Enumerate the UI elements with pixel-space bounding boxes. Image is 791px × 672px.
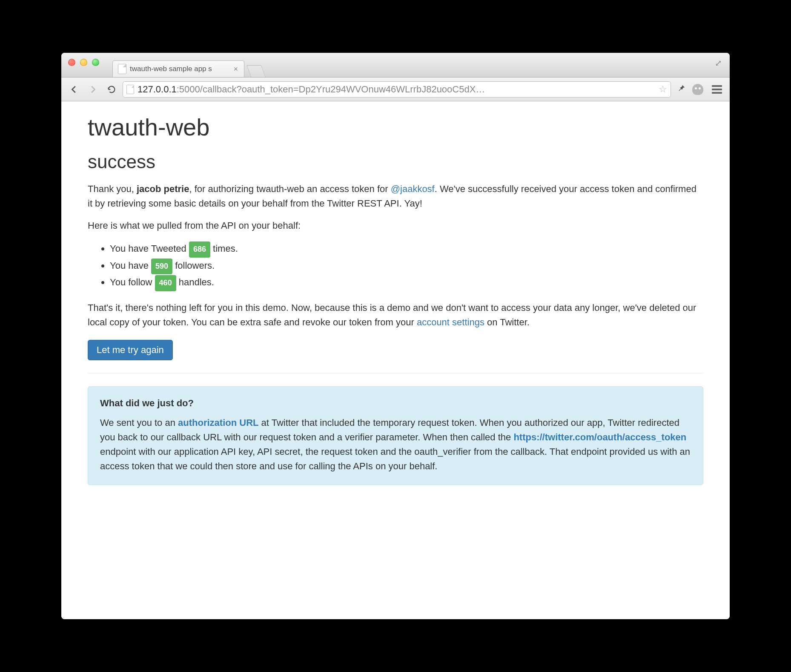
twitter-handle-link[interactable]: @jaakkosf — [391, 184, 435, 194]
reload-button[interactable] — [104, 82, 119, 97]
followers-badge: 590 — [151, 258, 172, 275]
well-body: We sent you to an authorization URL at T… — [100, 416, 691, 474]
closing-paragraph: That's it, there's nothing left for you … — [88, 301, 703, 330]
list-item: You have Tweeted 686 times. — [110, 241, 703, 258]
url-bar[interactable]: 127.0.0.1:5000/callback?oauth_token=Dp2Y… — [123, 81, 671, 98]
page-content: twauth-web success Thank you, jacob petr… — [61, 101, 730, 619]
file-icon — [126, 85, 134, 94]
tweets-badge: 686 — [189, 241, 210, 258]
url-port: :5000 — [177, 84, 200, 95]
info-well: What did we just do? We sent you to an a… — [88, 386, 703, 485]
tab-strip: twauth-web sample app s × — [112, 53, 264, 77]
minimize-window-button[interactable] — [80, 59, 87, 66]
maximize-window-button[interactable] — [92, 59, 99, 66]
authorization-url-link[interactable]: authorization URL — [178, 417, 258, 428]
fullscreen-icon[interactable]: ⤢ — [715, 58, 722, 68]
titlebar: twauth-web sample app s × ⤢ — [61, 53, 730, 78]
close-window-button[interactable] — [68, 59, 75, 66]
user-name: jacob petrie — [137, 184, 189, 194]
thank-you-paragraph: Thank you, jacob petrie, for authorizing… — [88, 182, 703, 211]
forward-button[interactable] — [85, 82, 100, 97]
list-item: You follow 460 handles. — [110, 274, 703, 291]
bookmark-star-icon[interactable]: ☆ — [659, 84, 667, 95]
following-badge: 460 — [155, 275, 176, 291]
tab-title: twauth-web sample app s — [130, 65, 230, 73]
well-title: What did we just do? — [100, 398, 691, 409]
url-path: /callback?oauth_token=Dp2Yru294WVOnuw46W… — [200, 84, 485, 95]
divider — [88, 373, 703, 373]
try-again-button[interactable]: Let me try again — [88, 340, 173, 360]
new-tab-button[interactable] — [246, 65, 266, 77]
back-button[interactable] — [66, 82, 82, 97]
close-tab-icon[interactable]: × — [233, 65, 238, 74]
page-subtitle: success — [88, 151, 703, 172]
browser-window: twauth-web sample app s × ⤢ 127.0.0.1:50… — [61, 53, 730, 619]
pulled-intro: Here is what we pulled from the API on y… — [88, 218, 703, 233]
page-title: twauth-web — [88, 113, 703, 141]
url-text: 127.0.0.1:5000/callback?oauth_token=Dp2Y… — [138, 84, 655, 95]
pin-icon[interactable] — [674, 83, 689, 95]
url-host: 127.0.0.1 — [138, 84, 177, 95]
stats-list: You have Tweeted 686 times. You have 590… — [110, 241, 703, 291]
browser-tab[interactable]: twauth-web sample app s × — [112, 60, 244, 77]
ghostery-icon[interactable] — [692, 84, 707, 95]
access-token-url-link[interactable]: https://twitter.com/oauth/access_token — [513, 432, 686, 442]
toolbar: 127.0.0.1:5000/callback?oauth_token=Dp2Y… — [61, 78, 730, 101]
file-icon — [118, 64, 126, 74]
menu-button[interactable] — [710, 83, 725, 95]
account-settings-link[interactable]: account settings — [417, 317, 484, 327]
list-item: You have 590 followers. — [110, 258, 703, 275]
traffic-lights — [68, 59, 99, 66]
